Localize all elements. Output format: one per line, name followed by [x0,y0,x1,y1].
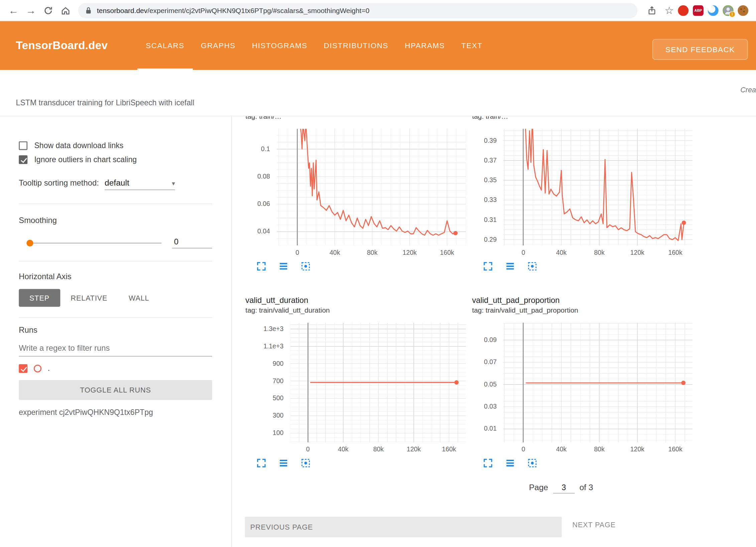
x-tick-label: 120k [625,249,649,256]
x-axis-labels: 040k80k120k160k [238,442,470,456]
page-number-input[interactable] [553,483,575,494]
reload-icon[interactable] [39,2,57,19]
run-list-item[interactable]: . [19,364,212,373]
chart-title: valid_utt_duration [245,296,470,306]
chart-title: valid_utt_pad_proportion [472,296,696,306]
runs-filter-input[interactable] [19,341,212,356]
send-feedback-button[interactable]: SEND FEEDBACK [652,39,748,60]
axis-wall-button[interactable]: WALL [118,289,160,307]
line-chart-plot [503,323,692,442]
home-icon[interactable] [57,2,74,19]
chart-tag: tag: train/… [472,116,696,122]
fit-domain-button[interactable] [300,261,311,273]
y-tick-label: 700 [273,377,284,385]
tab-histograms[interactable]: HISTOGRAMS [244,21,316,70]
dropdown-value: default [105,179,129,188]
ignore-outliers-checkbox-row[interactable]: Ignore outliers in chart scaling [19,155,212,164]
page-label: Page [529,483,548,493]
run-checkbox[interactable] [19,364,27,373]
expand-chart-button[interactable] [256,458,267,469]
forward-icon[interactable]: → [22,2,39,19]
smoothing-slider[interactable] [26,239,161,247]
checkbox-icon[interactable] [19,141,27,150]
tab-text[interactable]: TEXT [453,21,491,70]
toggle-all-runs-button[interactable]: TOGGLE ALL RUNS [19,380,212,400]
x-tick-label: 80k [366,446,390,453]
y-tick-label: 100 [273,429,284,437]
y-axis-labels: 0.040.060.080.1 [238,129,270,245]
axis-step-button[interactable]: STEP [19,289,60,307]
y-tick-label: 0.08 [257,173,270,180]
chevron-down-icon: ▾ [172,180,175,187]
x-tick-label: 160k [663,249,687,256]
tab-hparams[interactable]: HPARAMS [397,21,453,70]
toggle-y-axis-button[interactable] [504,458,516,469]
y-axis-labels: 0.010.030.050.070.09 [465,323,497,442]
y-tick-label: 0.03 [484,403,497,410]
x-tick-label: 80k [587,446,611,453]
expand-chart-button[interactable] [482,261,494,273]
toggle-y-axis-button[interactable] [278,261,289,273]
chart-card: tag: train/… 0.290.310.330.350.370.39 04… [465,116,696,272]
x-tick-label: 40k [549,249,573,256]
expand-chart-button[interactable] [256,261,267,273]
smoothing-value[interactable]: 0 [172,237,212,248]
y-tick-label: 0.06 [257,200,270,208]
pagination: Page of 3 [529,483,593,494]
run-color-swatch[interactable] [34,365,41,372]
slider-track[interactable] [26,242,161,243]
next-page-button[interactable]: NEXT PAGE [572,521,616,529]
runs-label: Runs [19,326,212,335]
run-name: . [48,364,50,373]
previous-page-button[interactable]: PREVIOUS PAGE [245,517,562,537]
axis-relative-button[interactable]: RELATIVE [60,289,118,307]
expand-chart-button[interactable] [482,458,494,469]
x-tick-label: 80k [360,249,384,256]
toggle-y-axis-button[interactable] [504,261,516,273]
tab-scalars[interactable]: SCALARS [138,21,193,70]
back-icon[interactable]: ← [5,2,22,19]
address-bar[interactable]: tensorboard.dev/experiment/cj2vtPiwQHKN9… [78,3,638,18]
extensions-area: ABP 1 [678,5,751,16]
app-header: TensorBoard.dev SCALARS GRAPHS HISTOGRAM… [0,21,756,70]
toggle-y-axis-button[interactable] [278,458,289,469]
experiment-id-text: experiment cj2vtPiwQHKN9Q1tx6PTpg [19,408,212,417]
x-tick-label: 0 [285,249,309,256]
y-tick-label: 0.29 [484,236,497,243]
chart-card: valid_utt_duration tag: train/valid_utt_… [238,296,470,469]
checkbox-checked-icon[interactable] [19,155,27,164]
x-tick-label: 40k [331,446,355,453]
smoothing-label: Smoothing [19,216,212,225]
tab-graphs[interactable]: GRAPHS [193,21,244,70]
chart-tag: tag: train/… [245,116,470,122]
cookie-extension-icon[interactable] [738,5,748,16]
fit-domain-button[interactable] [526,261,538,273]
y-tick-label: 0.1 [261,145,270,152]
horizontal-axis-label: Horizontal Axis [19,272,212,281]
profile-avatar[interactable]: 1 [723,5,734,16]
main-nav: SCALARS GRAPHS HISTOGRAMS DISTRIBUTIONS … [138,21,491,70]
y-tick-label: 0.39 [484,137,497,144]
y-tick-label: 0.07 [484,358,497,366]
share-icon[interactable] [643,2,661,19]
tab-distributions[interactable]: DISTRIBUTIONS [316,21,396,70]
tooltip-sorting-dropdown[interactable]: default ▾ [105,179,175,190]
chart-actions [256,458,470,469]
y-tick-label: 0.09 [484,336,497,343]
chart-actions [482,261,697,273]
blue-extension-icon[interactable] [708,5,719,16]
adblock-extension-icon[interactable] [678,5,688,16]
show-download-links-checkbox-row[interactable]: Show data download links [19,141,212,150]
top-charts-clipped-region: tag: train/… 0.040.060.080.1 040k80k120k… [232,116,756,283]
chart-actions [256,261,470,273]
bookmark-star-icon[interactable]: ☆ [660,2,678,19]
y-tick-label: 300 [273,412,284,419]
slider-thumb[interactable] [26,239,33,246]
fit-domain-button[interactable] [526,458,538,469]
fit-domain-button[interactable] [300,458,311,469]
chart-tag: tag: train/valid_utt_pad_proportion [472,306,696,316]
checkbox-label: Ignore outliers in chart scaling [34,155,137,164]
abp-extension-icon[interactable]: ABP [693,5,704,16]
horizontal-axis-toggle: STEP RELATIVE WALL [19,289,212,307]
y-tick-label: 1.1e+3 [263,342,283,350]
